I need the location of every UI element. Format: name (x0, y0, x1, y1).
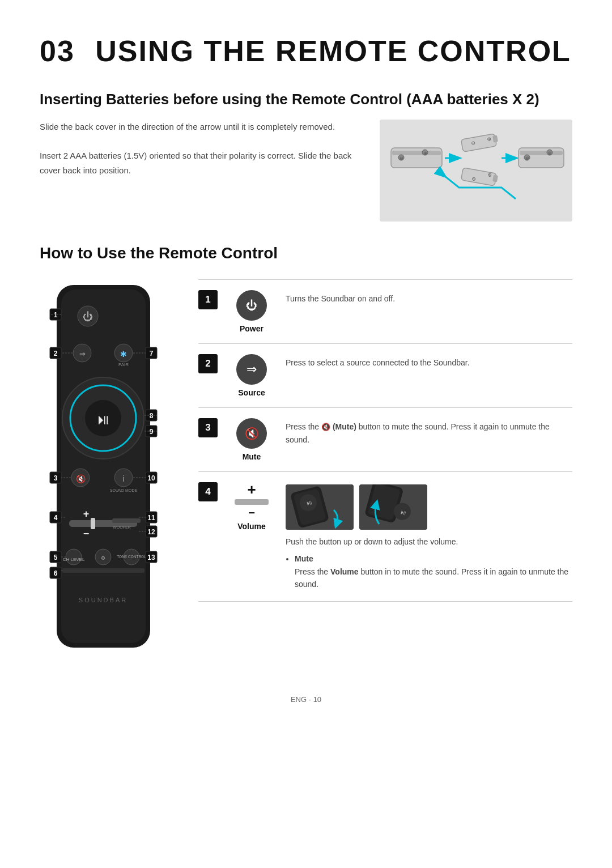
svg-text:2: 2 (54, 350, 58, 358)
source-label: Source (238, 388, 265, 397)
row-num-3: 3 (198, 418, 218, 437)
svg-text:⚙: ⚙ (101, 555, 105, 561)
table-row-source: 2 ⇒ Source Press to select a source conn… (198, 343, 572, 407)
svg-text:PAIR: PAIR (118, 362, 129, 367)
svg-text:⏻: ⏻ (83, 311, 93, 322)
svg-rect-51 (62, 568, 144, 573)
source-icon: ⇒ (246, 362, 257, 377)
page-footer: ENG - 10 (40, 695, 572, 704)
svg-text:9: 9 (150, 428, 154, 436)
volume-image-1: ⏯ (286, 484, 354, 530)
svg-text:⊕: ⊕ (548, 151, 552, 156)
svg-text:⊖: ⊖ (400, 156, 403, 161)
volume-label: Volume (237, 522, 266, 531)
svg-text:⊕: ⊕ (487, 136, 492, 142)
remote-table: 1 ⏻ Power Turns the Soundbar on and off.… (198, 279, 572, 602)
volume-image-2: ⏯ (359, 484, 427, 530)
svg-text:WOOFER: WOOFER (113, 525, 131, 529)
svg-text:13: 13 (147, 554, 155, 561)
row-icon-volume: + − Volume (229, 482, 274, 531)
svg-text:CH LEVEL: CH LEVEL (63, 557, 85, 562)
batteries-text-1: Slide the back cover in the direction of… (40, 120, 363, 134)
svg-text:8: 8 (150, 412, 154, 420)
volume-icon-area: + − (235, 482, 269, 518)
batteries-text: Slide the back cover in the direction of… (40, 120, 363, 177)
batteries-image: ⊖ ⊕ ⊖ ⊕ ⊖ ⊕ ⊖ ⊕ (380, 120, 572, 222)
volume-images: ⏯ (286, 484, 572, 530)
svg-text:1: 1 (54, 311, 58, 319)
power-icon: ⏻ (246, 299, 257, 312)
batteries-section: Slide the back cover in the direction of… (40, 120, 572, 222)
table-row-power: 1 ⏻ Power Turns the Soundbar on and off. (198, 279, 572, 343)
remote-illustration: ⏻ ⇒ ✱ PAIR ⏯ 🔇 i SOUND MODE (40, 279, 187, 667)
mute-icon: 🔇 (245, 427, 259, 440)
footer-text: ENG - 10 (291, 695, 321, 704)
svg-text:⊖: ⊖ (525, 156, 529, 161)
mute-label: Mute (243, 452, 261, 461)
row-num-1: 1 (198, 290, 218, 309)
volume-push-text: Push the button up or down to adjust the… (286, 535, 572, 548)
svg-text:SOUNDBAR: SOUNDBAR (79, 597, 128, 603)
table-row-mute: 3 🔇 Mute Press the 🔇 (Mute) button to mu… (198, 407, 572, 471)
volume-slider-bar (235, 499, 269, 505)
svg-text:⊖: ⊖ (471, 176, 477, 182)
volume-plus-sign: + (247, 482, 256, 497)
row-desc-volume: ⏯ (286, 482, 572, 591)
svg-text:i: i (122, 474, 124, 483)
svg-text:SOUND MODE: SOUND MODE (110, 488, 138, 492)
volume-mute-bullet: Mute Press the Volume button in to mute … (295, 552, 572, 590)
chapter-num: 03 (40, 35, 75, 67)
svg-rect-2 (392, 151, 441, 155)
source-icon-circle: ⇒ (236, 354, 267, 385)
table-row-volume: 4 + − Volume (198, 471, 572, 602)
svg-text:10: 10 (147, 474, 155, 482)
svg-text:6: 6 (54, 569, 58, 577)
svg-text:−: − (83, 528, 90, 539)
power-label: Power (240, 324, 264, 333)
svg-rect-44 (112, 518, 141, 523)
how-content: ⏻ ⇒ ✱ PAIR ⏯ 🔇 i SOUND MODE (40, 279, 572, 667)
svg-text:⇒: ⇒ (79, 350, 86, 358)
row-icon-source: ⇒ Source (229, 354, 274, 397)
svg-text:🔇: 🔇 (76, 474, 86, 484)
row-num-4: 4 (198, 482, 218, 501)
svg-text:5: 5 (54, 554, 58, 561)
svg-text:+: + (83, 508, 90, 520)
svg-rect-22 (61, 290, 146, 643)
volume-minus-sign: − (248, 507, 255, 518)
svg-text:⏯: ⏯ (96, 411, 110, 428)
row-icon-mute: 🔇 Mute (229, 418, 274, 461)
batteries-section-title: Inserting Batteries before using the Rem… (40, 91, 572, 108)
row-icon-power: ⏻ Power (229, 290, 274, 333)
batteries-text-2: Insert 2 AAA batteries (1.5V) oriented s… (40, 148, 363, 177)
chapter-title: USING THE REMOTE CONTROL (95, 35, 571, 67)
row-desc-mute: Press the 🔇 (Mute) button to mute the so… (286, 418, 572, 446)
page-title: 03 USING THE REMOTE CONTROL (40, 34, 572, 68)
how-section-title: How to Use the Remote Control (40, 244, 572, 262)
svg-text:3: 3 (54, 474, 58, 482)
svg-text:✱: ✱ (120, 350, 127, 359)
row-desc-source: Press to select a source connected to th… (286, 354, 572, 369)
svg-rect-41 (91, 518, 95, 529)
svg-text:4: 4 (54, 514, 58, 522)
mute-icon-circle: 🔇 (236, 418, 267, 449)
svg-text:11: 11 (147, 514, 155, 522)
svg-text:⊕: ⊕ (423, 151, 427, 156)
row-desc-power: Turns the Soundbar on and off. (286, 290, 572, 305)
svg-text:7: 7 (150, 350, 154, 358)
svg-text:12: 12 (147, 528, 155, 536)
row-num-2: 2 (198, 354, 218, 373)
svg-text:⊕: ⊕ (487, 172, 493, 178)
svg-text:⊖: ⊖ (471, 140, 477, 146)
power-icon-circle: ⏻ (236, 290, 267, 321)
